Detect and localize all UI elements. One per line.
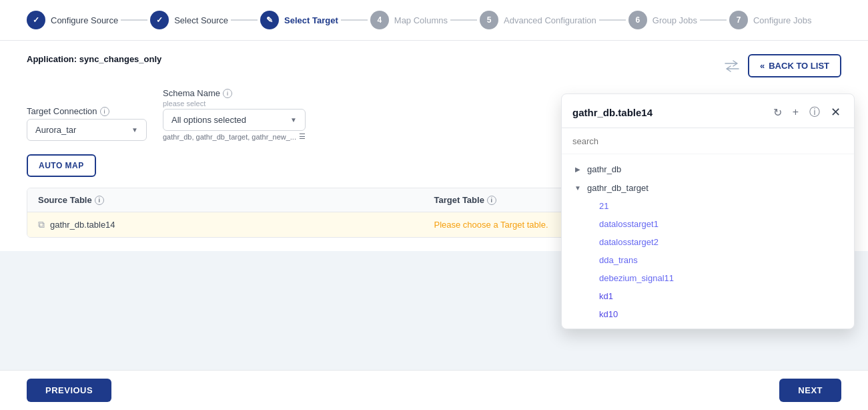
app-info: Application: sync_changes_only (27, 54, 161, 64)
tree-item-gathr-db[interactable]: ▶ gathr_db (562, 160, 854, 178)
app-info-prefix: Application: (27, 54, 77, 64)
app-name: sync_changes_only (79, 54, 162, 64)
step-1-label: Configure Source (51, 15, 118, 25)
schema-name-value: All options selected (171, 115, 246, 125)
add-button[interactable]: + (790, 105, 801, 120)
tree-label-gathr-db-target: gathr_db_target (587, 183, 648, 193)
target-connection-group: Target Connection i Aurora_tar ▼ (27, 106, 147, 141)
connector-1-2 (121, 19, 147, 21)
tree-label-21: 21 (599, 201, 608, 211)
back-to-list-label: BACK TO LIST (769, 61, 829, 71)
step-2[interactable]: ✓ Select Source (150, 11, 228, 29)
tree-container[interactable]: ▶ gathr_db ▼ gathr_db_target 21 dataloss… (562, 154, 854, 329)
dropdown-title: gathr_db.table14 (572, 107, 653, 118)
connector-4-5 (450, 19, 477, 21)
connector-2-3 (231, 19, 258, 21)
search-input[interactable] (572, 136, 843, 146)
dropdown-actions: ↻ + ⓘ ✕ (771, 104, 843, 121)
schema-name-info-icon[interactable]: i (223, 89, 232, 98)
schema-name-select[interactable]: All options selected ▼ (163, 109, 306, 131)
step-6[interactable]: 6 Group Jobs (628, 11, 697, 29)
info-button[interactable]: ⓘ (807, 104, 823, 121)
previous-button[interactable]: PREVIOUS (27, 379, 111, 402)
copy-icon: ⧉ (38, 219, 45, 230)
bottom-navigation: PREVIOUS NEXT (0, 370, 868, 410)
schema-name-label: Schema Name i (163, 88, 306, 98)
tree-label-debezium-signal11: debezium_signal11 (599, 273, 674, 283)
step-6-circle: 6 (628, 11, 647, 29)
step-7-circle: 7 (729, 11, 748, 29)
tree-item-gathr-db-target[interactable]: ▼ gathr_db_target (562, 178, 854, 197)
search-box (562, 128, 854, 154)
chevron-down-icon: ▼ (572, 182, 583, 193)
target-connection-info-icon[interactable]: i (100, 107, 109, 116)
tree-label-kd10: kd10 (599, 309, 618, 319)
schema-list-icon[interactable]: ☰ (299, 132, 306, 141)
step-7-label: Configure Jobs (753, 15, 811, 25)
target-connection-select[interactable]: Aurora_tar ▼ (27, 119, 147, 141)
step-1-circle: ✓ (27, 11, 45, 29)
tree-label-kd1: kd1 (599, 291, 613, 301)
target-table-info-icon[interactable]: i (487, 196, 496, 205)
tree-item-dda-trans[interactable]: dda_trans (562, 251, 854, 269)
step-3[interactable]: ✎ Select Target (260, 11, 338, 29)
source-table-header: Source Table i (38, 195, 434, 205)
schema-hint: gathr_db, gathr_db_target, gathr_new_...… (163, 132, 306, 141)
auto-map-button[interactable]: AUTO MAP (27, 154, 96, 177)
connector-6-7 (700, 19, 727, 21)
source-table-info-icon[interactable]: i (95, 196, 104, 205)
step-4-circle: 4 (370, 11, 389, 29)
tree-item-debezium-signal11[interactable]: debezium_signal11 (562, 269, 854, 287)
target-connection-value: Aurora_tar (35, 125, 76, 135)
step-2-circle: ✓ (150, 11, 169, 29)
schema-chevron: ▼ (290, 116, 297, 124)
tree-label-datalosstarget2: datalosstarget2 (599, 237, 659, 247)
tree-item-21[interactable]: 21 (562, 197, 854, 215)
target-connection-label: Target Connection i (27, 106, 147, 116)
step-5-label: Advanced Configuration (504, 15, 596, 25)
dropdown-header: gathr_db.table14 ↻ + ⓘ ✕ (562, 94, 854, 128)
stepper: ✓ Configure Source ✓ Select Source ✎ Sel… (0, 0, 868, 41)
step-6-label: Group Jobs (653, 15, 697, 25)
schema-please-select: please select (163, 99, 306, 108)
tree-label-gathr-db: gathr_db (587, 164, 621, 174)
transfer-icon (724, 60, 740, 72)
step-5-circle: 5 (480, 11, 498, 29)
tree-item-kd1[interactable]: kd1 (562, 287, 854, 305)
source-cell: ⧉ gathr_db.table14 (38, 219, 434, 230)
tree-item-kd10[interactable]: kd10 (562, 305, 854, 323)
refresh-button[interactable]: ↻ (771, 105, 785, 120)
dropdown-close-button[interactable]: ✕ (828, 104, 843, 121)
back-to-list-button[interactable]: « BACK TO LIST (748, 54, 841, 77)
step-2-label: Select Source (174, 15, 228, 25)
step-3-label: Select Target (284, 15, 338, 25)
chevron-right-icon: ▶ (572, 164, 583, 174)
next-button[interactable]: NEXT (779, 379, 841, 402)
schema-name-group: Schema Name i please select All options … (163, 88, 306, 141)
connector-3-4 (341, 19, 368, 21)
target-placeholder: Please choose a Target table. (434, 220, 548, 230)
step-5[interactable]: 5 Advanced Configuration (480, 11, 596, 29)
source-value: gathr_db.table14 (50, 220, 115, 230)
step-3-circle: ✎ (260, 11, 279, 29)
target-connection-chevron: ▼ (131, 126, 138, 134)
step-4-label: Map Columns (394, 15, 448, 25)
step-7[interactable]: 7 Configure Jobs (729, 11, 811, 29)
tree-item-datalosstarget1[interactable]: datalosstarget1 (562, 215, 854, 233)
back-arrow-icon: « (760, 61, 765, 71)
tree-item-datalosstarget2[interactable]: datalosstarget2 (562, 233, 854, 251)
tree-label-datalosstarget1: datalosstarget1 (599, 219, 659, 229)
tree-label-dda-trans: dda_trans (599, 255, 638, 265)
connector-5-6 (599, 19, 626, 21)
step-1[interactable]: ✓ Configure Source (27, 11, 118, 29)
step-4[interactable]: 4 Map Columns (370, 11, 448, 29)
table-selector-dropdown: gathr_db.table14 ↻ + ⓘ ✕ ▶ gathr_db ▼ ga… (561, 93, 855, 329)
